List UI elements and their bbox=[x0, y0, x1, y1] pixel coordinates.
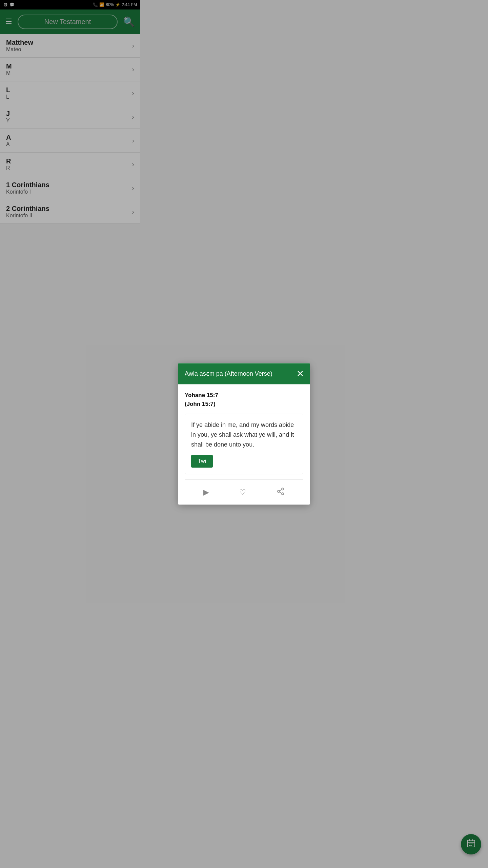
overlay-backdrop[interactable] bbox=[0, 0, 140, 250]
